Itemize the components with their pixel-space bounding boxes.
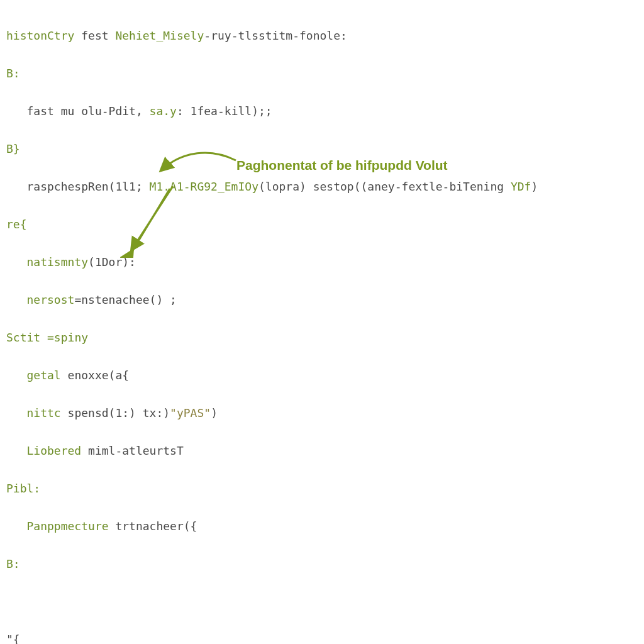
code-line: Pibl: — [6, 479, 638, 498]
annotation-callout-label: Paghonentat of be hifpupdd Volut — [236, 156, 448, 175]
code-line: histonCtry fest Nehiet_Misely-ruy-tlssti… — [6, 26, 638, 45]
code-line: Panppmecture trtnacheer({ — [6, 517, 638, 536]
code-line: re{ — [6, 215, 638, 234]
code-editor-viewport[interactable]: histonCtry fest Nehiet_Misely-ruy-tlssti… — [0, 0, 644, 644]
code-line: B: — [6, 64, 638, 83]
code-line: natismnty(1Dor): — [6, 253, 638, 272]
code-line: Sctit =spiny — [6, 328, 638, 347]
code-line — [6, 592, 638, 611]
code-line: Liobered miml-atleurtsT — [6, 441, 638, 460]
code-line: B: — [6, 555, 638, 574]
token-keyword: histonCtry — [6, 29, 74, 42]
code-line: "{ — [6, 630, 638, 644]
code-line: fast mu olu-Pdit, sa.y: 1fea-kill);; — [6, 102, 638, 121]
code-line: raspchespRen(1l1; M1.A1-RG92_EmIOy(lopra… — [6, 177, 638, 196]
code-line: getal enoxxe(a{ — [6, 366, 638, 385]
code-line: nittc spensd(1:) tx:)"yPAS") — [6, 404, 638, 423]
code-line: nersost=nstenachee() ; — [6, 291, 638, 309]
